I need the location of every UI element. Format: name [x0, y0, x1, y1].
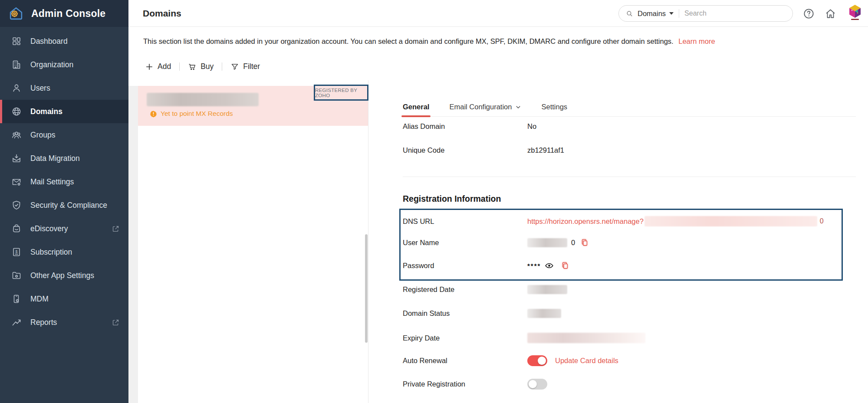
- sidebar-item-reports[interactable]: Reports: [0, 311, 128, 334]
- tab-settings[interactable]: Settings: [541, 98, 567, 116]
- search-input[interactable]: [684, 10, 786, 17]
- toolbar-divider: [179, 62, 180, 71]
- sidebar-item-groups[interactable]: Groups: [0, 123, 128, 147]
- user-avatar[interactable]: [846, 3, 864, 23]
- mdm-icon: [11, 294, 22, 304]
- subscription-icon: $: [11, 247, 22, 257]
- private-registration-label: Private Registration: [403, 380, 527, 388]
- external-link-icon: [112, 225, 120, 233]
- sidebar: Admin Console DashboardOrganizationUsers…: [0, 0, 128, 403]
- private-registration-row: Private Registration: [403, 379, 547, 390]
- alias-domain-row: Alias Domain No: [403, 122, 536, 131]
- sidebar-item-subscription[interactable]: $Subscription: [0, 240, 128, 264]
- list-gutter: [128, 86, 138, 403]
- dns-url-link[interactable]: https://horizon.opensrs.net/manage?: [527, 217, 644, 226]
- copy-username-button[interactable]: [580, 238, 589, 247]
- sidebar-item-security[interactable]: Security & Compliance: [0, 193, 128, 217]
- app-title: Admin Console: [31, 8, 105, 20]
- unique-code-row: Unique Code zb12911af1: [403, 146, 564, 154]
- alias-domain-value: No: [527, 122, 536, 131]
- ediscovery-icon: [11, 223, 22, 234]
- username-redacted: [527, 238, 567, 247]
- app-logo[interactable]: Admin Console: [0, 0, 128, 27]
- add-domain-button[interactable]: Add: [145, 62, 171, 71]
- details-tabs: General Email Configuration Settings: [403, 98, 856, 117]
- auto-renewal-toggle[interactable]: [527, 355, 547, 366]
- buy-domain-button[interactable]: Buy: [188, 62, 214, 71]
- registered-by-zoho-badge: REGISTERED BY ZOHO: [314, 85, 368, 101]
- sidebar-item-ediscovery[interactable]: eDiscovery: [0, 217, 128, 240]
- search-icon: [626, 10, 633, 17]
- domain-status-label: Domain Status: [403, 309, 527, 318]
- plus-icon: [145, 62, 154, 71]
- show-password-button[interactable]: [545, 261, 554, 270]
- learn-more-link[interactable]: Learn more: [678, 37, 715, 45]
- dashboard-icon: [11, 36, 22, 46]
- password-row: Password ****: [403, 261, 570, 270]
- page-title: Domains: [143, 8, 181, 19]
- search-divider: [679, 9, 679, 18]
- filter-button[interactable]: Filter: [230, 62, 260, 71]
- sidebar-item-domains[interactable]: Domains: [0, 100, 128, 123]
- groups-icon: [11, 130, 22, 140]
- password-label: Password: [403, 262, 527, 270]
- domain-status-redacted: [527, 309, 561, 318]
- section-divider: [403, 177, 856, 177]
- registration-information-heading: Registration Information: [403, 194, 501, 204]
- username-label: User Name: [403, 239, 527, 247]
- sidebar-item-users[interactable]: Users: [0, 76, 128, 100]
- mx-warning: Yet to point MX Records: [150, 110, 233, 118]
- topbar-right: Domains: [618, 0, 864, 27]
- help-button[interactable]: [803, 8, 815, 20]
- sidebar-item-dashboard[interactable]: Dashboard: [0, 29, 128, 53]
- expiry-date-redacted: [527, 333, 645, 343]
- caret-down-icon: [669, 12, 674, 15]
- list-scrollbar[interactable]: [365, 234, 368, 343]
- dns-url-label: DNS URL: [403, 217, 527, 226]
- search-scope-selector[interactable]: Domains: [638, 10, 666, 18]
- sidebar-item-organization[interactable]: Organization: [0, 53, 128, 76]
- sidebar-item-mdm[interactable]: MDM: [0, 287, 128, 311]
- cart-icon: [188, 62, 197, 71]
- registered-date-label: Registered Date: [403, 285, 527, 294]
- organization-icon: [11, 59, 22, 70]
- sidebar-nav: DashboardOrganizationUsersDomainsGroupsD…: [0, 27, 128, 334]
- tab-email-configuration[interactable]: Email Configuration: [449, 98, 521, 116]
- domain-details-panel: General Email Configuration Settings Ali…: [369, 80, 868, 403]
- username-suffix: 0: [571, 239, 575, 247]
- dns-url-redacted: [644, 216, 817, 226]
- sidebar-item-data-migration[interactable]: Data Migration: [0, 147, 128, 170]
- admin-console-app: Admin Console DashboardOrganizationUsers…: [0, 0, 868, 403]
- globe-icon: [11, 106, 22, 117]
- admin-console-logo-icon: [7, 4, 26, 23]
- users-icon: [11, 83, 22, 93]
- sidebar-item-mail-settings[interactable]: Mail Settings: [0, 170, 128, 193]
- funnel-icon: [230, 62, 239, 71]
- registration-annotation-box: DNS URL https://horizon.opensrs.net/mana…: [399, 209, 843, 281]
- topbar: Domains Domains: [128, 0, 868, 27]
- search-bar[interactable]: Domains: [618, 5, 793, 22]
- dns-url-row: DNS URL https://horizon.opensrs.net/mana…: [403, 216, 824, 226]
- registered-date-redacted: [527, 285, 567, 294]
- svg-text:$: $: [15, 249, 18, 254]
- expiry-date-row: Expiry Date: [403, 333, 645, 343]
- data-migration-icon: [11, 153, 22, 164]
- external-link-icon: [112, 318, 120, 327]
- private-registration-toggle[interactable]: [527, 379, 547, 390]
- domains-toolbar: Add Buy Filter: [145, 62, 260, 71]
- mail-settings-icon: [11, 177, 22, 187]
- alias-domain-label: Alias Domain: [403, 122, 527, 131]
- domain-status-row: Domain Status: [403, 309, 561, 318]
- sidebar-item-other-app-settings[interactable]: Other App Settings: [0, 264, 128, 287]
- shield-check-icon: [11, 200, 22, 210]
- auto-renewal-label: Auto Renewal: [403, 357, 527, 365]
- reports-icon: [11, 317, 22, 328]
- dns-url-suffix: 0: [820, 217, 824, 225]
- password-masked-value: ****: [527, 262, 541, 269]
- home-button[interactable]: [825, 8, 836, 20]
- update-card-details-link[interactable]: Update Card details: [555, 357, 618, 365]
- tab-general[interactable]: General: [403, 98, 429, 116]
- toolbar-divider: [222, 62, 222, 71]
- expiry-date-label: Expiry Date: [403, 334, 527, 342]
- copy-password-button[interactable]: [560, 261, 570, 270]
